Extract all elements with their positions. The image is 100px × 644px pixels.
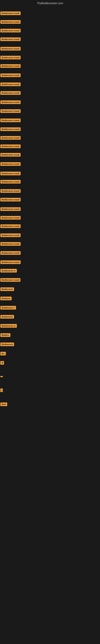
bottleneck-label: Bottleneck result	[0, 109, 21, 113]
bottleneck-label: Bottleneck result	[0, 162, 21, 166]
bottleneck-label: Bottleneck result	[0, 100, 21, 104]
bottleneck-label: Bottleneck result	[0, 20, 21, 24]
bottleneck-label: Bottleneck result	[0, 29, 21, 32]
bottleneck-item: Bottleneck result	[0, 242, 21, 246]
bottleneck-item: Bottleneck o	[0, 306, 16, 310]
bottleneck-item: Bottleneck result	[0, 278, 20, 282]
bottleneck-item: Bottleneck result	[0, 29, 21, 33]
bottleneck-item: Bottleneck result	[0, 82, 21, 87]
bottleneck-label: Bottleneck result	[0, 207, 21, 211]
bottleneck-label: Bottleneck result	[0, 180, 21, 184]
bottleneck-label: Bottleneck o	[0, 306, 16, 310]
bottleneck-item: Bottleneck result	[0, 260, 21, 265]
bottleneck-item: Bottleneck result	[0, 224, 21, 229]
bottleneck-item: Bottleneck result	[0, 189, 21, 194]
bottleneck-label: Bottlene	[0, 297, 12, 300]
bottleneck-item: Bottleneck result	[0, 56, 21, 60]
bottleneck-item: Bottleneck result	[0, 162, 21, 167]
site-header: TheBottlenecker.com	[0, 0, 100, 6]
bottleneck-item	[0, 374, 3, 378]
bottleneck-label: Bott	[0, 402, 7, 406]
bottleneck-label: Bottleneck re	[0, 269, 17, 272]
bottleneck-item: Bottleneck result	[0, 47, 21, 51]
bottleneck-label: I	[0, 388, 3, 392]
bottleneck-label: Bottleneck result	[0, 172, 21, 175]
bottleneck-item: Bottleneck result	[0, 234, 21, 238]
bottleneck-item: Bottleneck result	[0, 207, 21, 212]
bottleneck-label: Bottleneck result	[0, 136, 21, 140]
bottleneck-item: Bo	[0, 352, 6, 356]
bottleneck-item: Bottlene	[0, 297, 12, 301]
bottleneck-item: Bottleneck result	[0, 144, 21, 149]
bottleneck-label: Bottleneck result	[0, 224, 21, 228]
bottleneck-item: Bottleneck	[0, 315, 14, 320]
bottleneck-label: Bottleneck result	[0, 251, 21, 255]
bottleneck-item: Bottleneck result	[0, 198, 21, 202]
bottleneck-item: Bottleneck re	[0, 269, 17, 273]
bottleneck-label: Bottleneck result	[0, 260, 21, 264]
bottleneck-label: Bottleneck result	[0, 118, 21, 122]
bottleneck-label: Bottleneck result	[0, 278, 20, 282]
bottleneck-item: Bottleneck result	[0, 180, 21, 184]
bottleneck-label: B	[0, 361, 4, 365]
bottleneck-label: Bottleneck re	[0, 324, 17, 328]
bottleneck-label: Bottleneck result	[0, 198, 21, 202]
bottleneck-label: Bottleneck result	[0, 189, 21, 193]
bottleneck-item: Bottleneck result	[0, 100, 21, 105]
bottleneck-label: Bottleneck result	[0, 242, 21, 246]
bottleneck-label: Bottleneck result	[0, 234, 21, 237]
bottleneck-label: Bottleneck result	[0, 74, 21, 77]
bottleneck-item: Bottleneck result	[0, 74, 21, 78]
bottleneck-item: Bottleneck result	[0, 153, 21, 158]
bottleneck-item: Bottleneck result	[0, 20, 21, 24]
bottleneck-item: Bottleneck result	[0, 109, 21, 114]
bottleneck-label: Bottlen	[0, 333, 10, 337]
bottleneck-label: Bo	[0, 352, 6, 356]
bottleneck-label: Bottleneck	[0, 315, 14, 318]
bottleneck-label: Bottleneck result	[0, 144, 21, 148]
bottleneck-item: Bottlen	[0, 333, 10, 338]
bottleneck-label: Bottleneck	[0, 342, 14, 346]
bottleneck-item: Bottleneck result	[0, 38, 21, 42]
bottleneck-label: Bottleneck result	[0, 91, 21, 95]
bottleneck-item: Bottleneck	[0, 342, 14, 347]
bottleneck-item: Bottleneck result	[0, 128, 21, 132]
bottleneck-item: Bottleneck result	[0, 216, 21, 220]
bottleneck-label: Bottleneck result	[0, 12, 21, 15]
bottleneck-label: Bottleneck result	[0, 47, 21, 50]
bottleneck-item: I	[0, 388, 3, 393]
bottleneck-item: Bottleneck result	[0, 118, 21, 123]
bottleneck-label: Bottleneck result	[0, 56, 21, 59]
bottleneck-item: Bottleneck result	[0, 136, 21, 140]
bottleneck-label: Bottleneck result	[0, 153, 21, 156]
bottleneck-label: Bottleneck result	[0, 64, 21, 68]
bottleneck-item: Bottleneck result	[0, 64, 21, 69]
bottleneck-item: Bottleneck result	[0, 91, 21, 96]
bottleneck-label: Bottleneck result	[0, 216, 21, 220]
bottleneck-label: Bottleneck result	[0, 82, 21, 86]
bottleneck-item: Bottleneck re	[0, 324, 17, 328]
bottleneck-label: Bottleneck	[0, 288, 14, 291]
bottleneck-label: Bottleneck result	[0, 38, 21, 41]
bottleneck-label: Bottleneck result	[0, 128, 21, 131]
bottleneck-item: Bott	[0, 402, 7, 407]
bottleneck-item: Bottleneck result	[0, 12, 21, 16]
bottleneck-item: Bottleneck result	[0, 172, 21, 176]
bottleneck-item: Bottleneck result	[0, 251, 21, 256]
bottleneck-item: B	[0, 361, 4, 366]
bottleneck-label	[0, 376, 3, 377]
bottleneck-item: Bottleneck	[0, 288, 14, 292]
